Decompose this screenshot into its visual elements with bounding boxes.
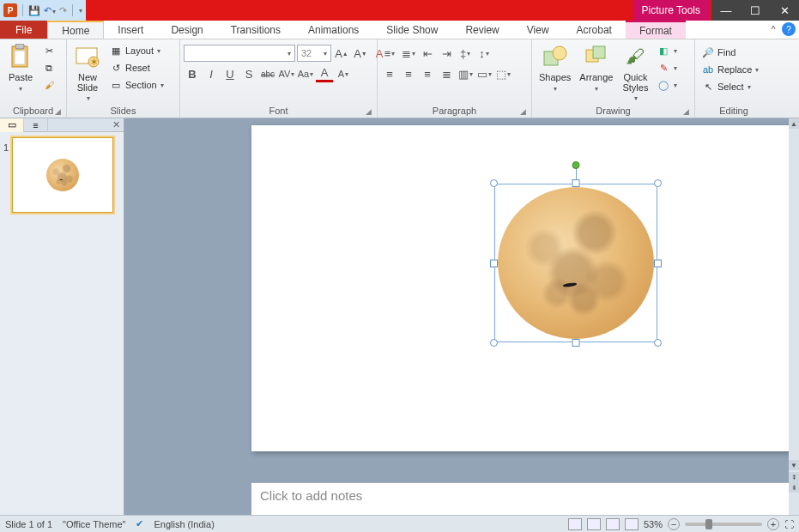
shape-fill-button[interactable]: ◧▾	[654, 43, 680, 58]
shadow-button[interactable]: S	[240, 65, 257, 82]
shapes-button[interactable]: Shapes▾	[536, 41, 574, 95]
file-tab[interactable]: File	[0, 21, 47, 39]
decrease-indent-button[interactable]: ⇤	[419, 45, 436, 62]
slide-thumbnail[interactable]: 1	[3, 137, 120, 213]
columns-button[interactable]: ▥▾	[457, 65, 474, 82]
prev-slide-icon[interactable]: ⇞	[789, 472, 799, 482]
arrange-button[interactable]: Arrange▾	[576, 41, 616, 95]
tab-review[interactable]: Review	[451, 21, 512, 39]
reset-button[interactable]: ↺Reset	[106, 60, 166, 76]
zoom-thumb[interactable]	[705, 519, 712, 529]
bold-button[interactable]: B	[184, 65, 201, 82]
new-slide-button[interactable]: ✶ New Slide▾	[70, 41, 105, 104]
find-button[interactable]: 🔎Find	[699, 45, 761, 60]
fit-window-button[interactable]: ⛶	[784, 519, 794, 529]
zoom-out-button[interactable]: −	[668, 518, 680, 530]
maximize-button[interactable]: ☐	[741, 0, 770, 21]
line-spacing-button[interactable]: ‡▾	[457, 45, 474, 62]
align-text-button[interactable]: ▭▾	[475, 65, 493, 82]
numbering-button[interactable]: ≣▾	[400, 45, 417, 62]
redo-icon[interactable]: ↷	[59, 5, 67, 16]
tab-acrobat[interactable]: Acrobat	[563, 21, 626, 39]
tab-slideshow[interactable]: Slide Show	[372, 21, 451, 39]
outline-tab-icon[interactable]: ≡	[24, 118, 48, 132]
resize-handle-n[interactable]	[572, 179, 580, 187]
vertical-scrollbar[interactable]: ▲ ▼ ⇞ ⇟	[789, 118, 799, 515]
cut-button[interactable]: ✂	[39, 43, 58, 58]
increase-indent-button[interactable]: ⇥	[438, 45, 455, 62]
reading-view-button[interactable]	[606, 518, 620, 530]
minimize-button[interactable]: —	[711, 0, 741, 21]
tab-home[interactable]: Home	[47, 21, 104, 39]
minimize-ribbon-icon[interactable]: ^	[766, 22, 780, 36]
select-button[interactable]: ↖Select▾	[699, 79, 761, 94]
language-indicator[interactable]: English (India)	[154, 519, 214, 529]
next-slide-icon[interactable]: ⇟	[789, 482, 799, 493]
replace-button[interactable]: abReplace▾	[699, 62, 761, 77]
align-left-button[interactable]: ≡	[381, 65, 398, 82]
bullets-button[interactable]: ≡▾	[381, 45, 398, 62]
layout-button[interactable]: ▦Layout▾	[106, 43, 166, 58]
shrink-font-button[interactable]: A▼	[352, 45, 369, 62]
slideshow-view-button[interactable]	[625, 518, 639, 530]
font-family-combo[interactable]: ▾	[184, 45, 295, 62]
smartart-button[interactable]: ⬚▾	[494, 65, 511, 82]
resize-handle-nw[interactable]	[490, 179, 498, 187]
resize-handle-sw[interactable]	[490, 339, 498, 347]
section-button[interactable]: ▭Section▾	[106, 77, 166, 93]
slide-canvas[interactable]: Click to add notes ▲ ▼ ⇞ ⇟	[124, 118, 799, 515]
resize-handle-s[interactable]	[572, 339, 580, 347]
strike-button[interactable]: abc	[259, 65, 276, 82]
justify-button[interactable]: ≣	[438, 65, 455, 82]
align-center-button[interactable]: ≡	[400, 65, 417, 82]
quick-styles-button[interactable]: 🖌 Quick Styles▾	[618, 41, 652, 104]
section-icon: ▭	[109, 78, 123, 92]
zoom-level[interactable]: 53%	[644, 519, 663, 529]
format-painter-button[interactable]: 🖌	[39, 77, 58, 93]
char-spacing-button[interactable]: AV▾	[278, 65, 295, 82]
underline-button[interactable]: U	[221, 65, 239, 82]
close-button[interactable]: ✕	[770, 0, 799, 21]
spellcheck-icon[interactable]: ✔	[136, 518, 143, 529]
undo-icon[interactable]: ↶▾	[44, 5, 56, 16]
thumbnail-preview	[12, 137, 113, 213]
normal-view-button[interactable]	[568, 518, 582, 530]
paste-button[interactable]: Paste▾	[3, 41, 38, 95]
resize-handle-w[interactable]	[490, 259, 498, 267]
sorter-view-button[interactable]	[587, 518, 601, 530]
selected-picture[interactable]	[494, 184, 657, 342]
font-color-button[interactable]: A	[316, 65, 333, 82]
slides-tab-icon[interactable]: ▭	[0, 118, 24, 132]
copy-button[interactable]: ⧉	[39, 60, 58, 76]
scroll-up-icon[interactable]: ▲	[789, 118, 799, 129]
tab-transitions[interactable]: Transitions	[217, 21, 294, 39]
scroll-down-icon[interactable]: ▼	[789, 460, 799, 470]
close-panel-button[interactable]: ✕	[108, 119, 124, 130]
resize-handle-se[interactable]	[654, 339, 662, 347]
text-direction-button[interactable]: ↕▾	[475, 45, 493, 62]
resize-handle-e[interactable]	[654, 259, 662, 267]
highlight-button[interactable]: A▾	[335, 65, 352, 82]
slide[interactable]	[251, 125, 799, 451]
shape-outline-button[interactable]: ✎▾	[654, 60, 680, 76]
italic-button[interactable]: I	[203, 65, 220, 82]
qat-customize-icon[interactable]: ▾	[79, 7, 82, 15]
app-icon[interactable]: P	[3, 3, 17, 17]
tab-design[interactable]: Design	[157, 21, 216, 39]
tab-insert[interactable]: Insert	[104, 21, 157, 39]
help-icon[interactable]: ?	[782, 22, 796, 36]
notes-pane[interactable]: Click to add notes	[251, 482, 789, 515]
change-case-button[interactable]: Aa▾	[297, 65, 314, 82]
zoom-slider[interactable]	[685, 523, 762, 526]
shape-effects-button[interactable]: ◯▾	[654, 77, 680, 93]
font-size-combo[interactable]: 32▾	[297, 45, 331, 62]
align-right-button[interactable]: ≡	[419, 65, 436, 82]
tab-format[interactable]: Format	[626, 21, 686, 39]
tab-animations[interactable]: Animations	[294, 21, 372, 39]
zoom-in-button[interactable]: +	[767, 518, 779, 530]
save-icon[interactable]: 💾	[28, 5, 40, 16]
resize-handle-ne[interactable]	[654, 179, 662, 187]
rotation-handle[interactable]	[572, 161, 580, 169]
grow-font-button[interactable]: A▲	[333, 45, 350, 62]
tab-view[interactable]: View	[513, 21, 563, 39]
